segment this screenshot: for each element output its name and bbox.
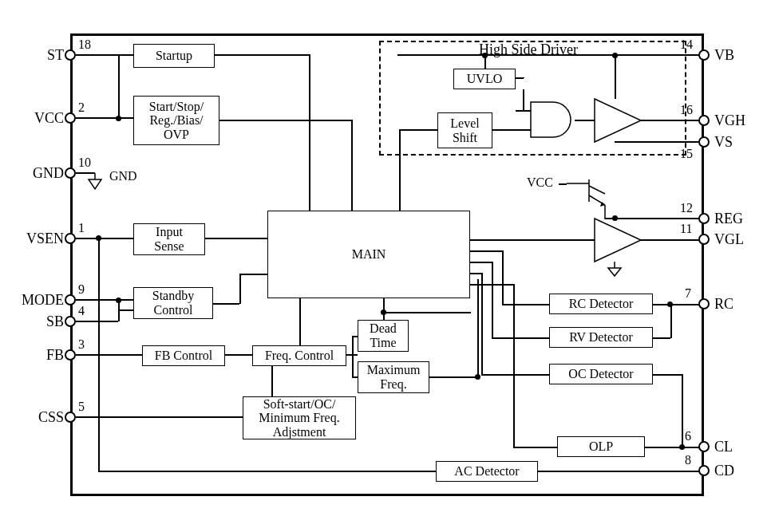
block-freqctrl: Freq. Control <box>252 345 346 366</box>
pin-vsen <box>65 233 76 244</box>
pin-num-9: 9 <box>78 282 85 297</box>
pin-vcc <box>65 112 76 124</box>
block-rcdet: RC Detector <box>549 294 653 314</box>
svg-marker-1 <box>89 179 101 189</box>
pin-num-10: 10 <box>78 156 91 170</box>
pin-vs <box>698 136 710 148</box>
pin-reg <box>698 213 710 224</box>
gnd-small-icon <box>607 262 624 278</box>
block-softstart-label: Soft-start/OC/ Minimum Freq. Adjstment <box>259 397 339 439</box>
pin-num-5: 5 <box>78 400 85 414</box>
block-startup: Startup <box>133 44 215 68</box>
block-uvlo-label: UVLO <box>467 72 502 86</box>
pin-label-vgh: VGH <box>714 112 745 129</box>
block-deadtime-label: Dead Time <box>370 321 397 349</box>
and-gate-icon <box>531 102 575 139</box>
block-freqctrl-label: Freq. Control <box>265 349 334 363</box>
pin-num-16: 16 <box>680 103 693 117</box>
pin-css <box>65 412 76 423</box>
pin-num-18: 18 <box>78 37 91 52</box>
block-deadtime: Dead Time <box>358 320 409 352</box>
block-maxfreq-label: Maximum Freq. <box>367 363 421 391</box>
pin-num-15: 15 <box>680 147 693 161</box>
svg-line-8 <box>589 186 605 194</box>
block-maxfreq: Maximum Freq. <box>358 361 429 393</box>
block-olp: OLP <box>557 436 645 457</box>
pin-label-fb: FB <box>32 347 64 364</box>
pin-label-vgl: VGL <box>714 231 744 248</box>
pin-label-rc: RC <box>714 296 733 313</box>
block-olp-label: OLP <box>589 439 613 454</box>
vcc-text: VCC <box>527 175 553 190</box>
block-inputsense: Input Sense <box>133 223 205 255</box>
pin-num-1: 1 <box>78 221 85 235</box>
block-acdet-label: AC Detector <box>454 464 519 479</box>
pin-rc <box>698 298 710 309</box>
pin-cl <box>698 441 710 452</box>
buffer-high-icon <box>595 99 642 142</box>
block-softstart: Soft-start/OC/ Minimum Freq. Adjstment <box>243 396 356 439</box>
pin-label-reg: REG <box>714 211 743 227</box>
pin-label-cl: CL <box>714 439 733 455</box>
pin-vb <box>698 49 710 61</box>
block-ocdet: OC Detector <box>549 364 653 384</box>
pin-mode <box>65 294 76 305</box>
block-main-label: MAIN <box>352 247 386 262</box>
pin-num-2: 2 <box>78 100 85 115</box>
block-diagram: 18 ST 2 VCC 10 GND 1 VSEN 9 MODE 4 SB 3 … <box>0 0 771 532</box>
pin-cd <box>698 465 710 476</box>
block-inputsense-label: Input Sense <box>154 225 184 253</box>
pin-sb <box>65 316 76 327</box>
pin-num-8: 8 <box>685 453 691 467</box>
pin-num-6: 6 <box>685 429 691 443</box>
high-side-driver-label: High Side Driver <box>479 41 578 58</box>
pin-label-mode: MODE <box>16 292 64 309</box>
block-levelshift-label: Level Shift <box>450 116 479 144</box>
block-startup-label: Startup <box>156 49 192 63</box>
pin-vgh <box>698 115 710 126</box>
block-standby: Standby Control <box>133 287 213 319</box>
pin-gnd <box>65 167 76 179</box>
pin-label-vcc: VCC <box>24 110 64 127</box>
block-fbcontrol-label: FB Control <box>155 349 212 363</box>
block-ocdet-label: OC Detector <box>568 367 633 381</box>
pin-num-7: 7 <box>685 286 691 301</box>
pin-label-vsen: VSEN <box>16 231 64 247</box>
block-levelshift: Level Shift <box>437 112 492 148</box>
svg-marker-5 <box>608 268 621 276</box>
pin-label-gnd: GND <box>24 165 64 182</box>
pin-num-14: 14 <box>680 37 693 52</box>
block-rvdet: RV Detector <box>549 327 653 348</box>
block-rcdet-label: RC Detector <box>569 297 633 311</box>
block-fbcontrol: FB Control <box>142 345 225 366</box>
pin-label-st: ST <box>37 47 64 64</box>
pin-num-3: 3 <box>78 337 85 352</box>
pin-label-vb: VB <box>714 47 734 64</box>
transistor-icon <box>567 179 615 227</box>
pin-num-12: 12 <box>680 201 693 215</box>
block-main: MAIN <box>267 211 470 298</box>
block-acdet: AC Detector <box>436 461 538 482</box>
gnd-text: GND <box>109 169 137 183</box>
gnd-symbol-icon <box>88 173 112 197</box>
block-uvlo: UVLO <box>453 69 516 89</box>
block-startstop-label: Start/Stop/ Reg./Bias/ OVP <box>149 100 204 142</box>
svg-marker-2 <box>595 99 641 142</box>
pin-label-cd: CD <box>714 463 734 479</box>
block-standby-label: Standby Control <box>152 289 194 317</box>
pin-label-css: CSS <box>28 409 64 426</box>
block-rvdet-label: RV Detector <box>569 330 633 345</box>
block-startstop: Start/Stop/ Reg./Bias/ OVP <box>133 96 219 145</box>
pin-vgl <box>698 234 710 245</box>
pin-num-11: 11 <box>680 222 692 236</box>
pin-label-vs: VS <box>714 134 733 151</box>
pin-fb <box>65 349 76 361</box>
pin-num-4: 4 <box>78 304 85 318</box>
pin-label-sb: SB <box>32 313 64 330</box>
pin-st <box>65 49 76 61</box>
